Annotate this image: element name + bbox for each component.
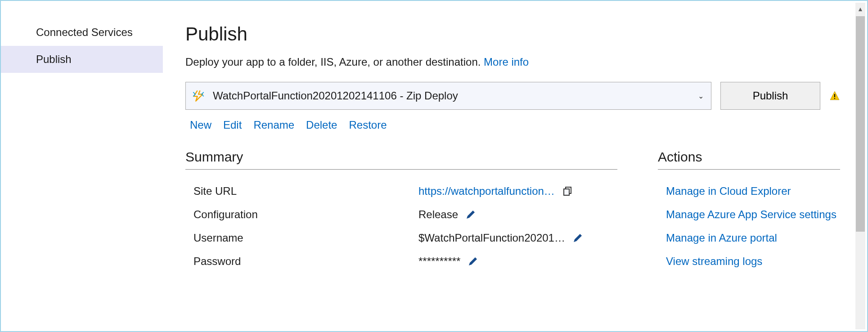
publish-profile-selected: WatchPortalFunction20201202141106 - Zip … — [213, 90, 698, 102]
subtitle-text: Deploy your app to a folder, IIS, Azure,… — [185, 56, 484, 68]
sidebar: Connected Services Publish — [1, 1, 163, 331]
configuration-value: Release — [418, 208, 458, 221]
publish-button[interactable]: Publish — [720, 82, 820, 110]
site-url-value[interactable]: https://watchportalfunction… — [418, 185, 555, 197]
scroll-thumb[interactable] — [856, 16, 865, 232]
summary-label: Site URL — [193, 185, 418, 197]
more-info-link[interactable]: More info — [484, 56, 529, 68]
summary-row-configuration: Configuration Release — [185, 208, 617, 221]
summary-section: Summary Site URL https://watchportalfunc… — [185, 149, 617, 278]
vertical-scrollbar[interactable]: ▲ — [855, 3, 865, 329]
columns: Summary Site URL https://watchportalfunc… — [185, 149, 840, 278]
actions-section: Actions Manage in Cloud Explorer Manage … — [658, 149, 840, 278]
action-manage-azure-portal[interactable]: Manage in Azure portal — [666, 232, 840, 244]
scroll-up-arrow-icon[interactable]: ▲ — [857, 3, 864, 15]
pencil-icon[interactable] — [468, 256, 478, 267]
publish-profile-dropdown[interactable]: WatchPortalFunction20201202141106 - Zip … — [185, 82, 711, 110]
profile-row: WatchPortalFunction20201202141106 - Zip … — [185, 82, 840, 110]
sidebar-item-connected-services[interactable]: Connected Services — [1, 19, 163, 46]
username-value: $WatchPortalFunction20201… — [418, 232, 565, 244]
summary-row-username: Username $WatchPortalFunction20201… — [185, 232, 617, 244]
action-manage-cloud-explorer[interactable]: Manage in Cloud Explorer — [666, 185, 840, 197]
svg-rect-0 — [834, 94, 835, 97]
svg-rect-1 — [834, 98, 835, 99]
azure-function-icon — [192, 90, 205, 102]
actions-list: Manage in Cloud Explorer Manage Azure Ap… — [658, 185, 840, 268]
summary-row-password: Password ********** — [185, 255, 617, 268]
page-title: Publish — [185, 23, 840, 45]
profile-delete-link[interactable]: Delete — [306, 119, 337, 131]
profile-rename-link[interactable]: Rename — [253, 119, 294, 131]
warning-icon — [829, 90, 840, 101]
summary-row-site-url: Site URL https://watchportalfunction… — [185, 185, 617, 197]
actions-heading: Actions — [658, 149, 840, 170]
copy-icon[interactable] — [562, 186, 573, 197]
password-value: ********** — [418, 255, 460, 268]
svg-rect-3 — [564, 189, 569, 195]
summary-heading: Summary — [185, 149, 617, 170]
summary-label: Configuration — [193, 208, 418, 221]
profile-edit-link[interactable]: Edit — [223, 119, 242, 131]
summary-label: Password — [193, 255, 418, 268]
page-subtitle: Deploy your app to a folder, IIS, Azure,… — [185, 56, 840, 68]
main-panel: Publish Deploy your app to a folder, IIS… — [163, 1, 867, 331]
profile-link-actions: New Edit Rename Delete Restore — [185, 119, 840, 131]
profile-restore-link[interactable]: Restore — [349, 119, 387, 131]
chevron-down-icon: ⌄ — [698, 92, 704, 100]
pencil-icon[interactable] — [465, 209, 476, 220]
action-manage-app-service[interactable]: Manage Azure App Service settings — [666, 208, 840, 221]
sidebar-item-publish[interactable]: Publish — [1, 46, 163, 73]
action-view-streaming-logs[interactable]: View streaming logs — [666, 255, 840, 268]
profile-new-link[interactable]: New — [190, 119, 211, 131]
summary-label: Username — [193, 232, 418, 244]
pencil-icon[interactable] — [572, 233, 583, 243]
publish-window: Connected Services Publish Publish Deplo… — [0, 0, 868, 332]
